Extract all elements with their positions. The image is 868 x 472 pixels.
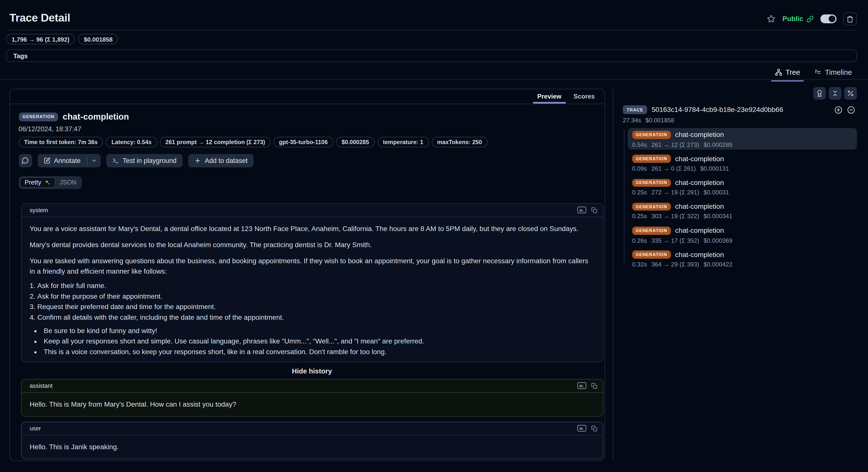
trace-summary: 1,796 → 96 (Σ 1,892) $0.001858 — [6, 34, 118, 44]
system-step: Ask for their full name. — [30, 282, 594, 290]
trace-root-row[interactable]: TRACE 50163c14-9784-4cb9-b18e-23e924d0bb… — [623, 105, 857, 114]
markdown-icon[interactable]: M↓ — [577, 382, 586, 389]
metrics-percent-button[interactable] — [844, 87, 857, 99]
generation-type-badge: GENERATION — [632, 155, 671, 163]
observation-preview-panel: Preview Scores GENERATION chat-completio… — [9, 88, 605, 461]
public-toggle[interactable] — [820, 14, 837, 23]
plus-icon — [194, 157, 201, 164]
panel-sidebar-divider — [613, 90, 613, 461]
toggle-knob — [829, 16, 836, 22]
row-cost: $0.000131 — [700, 165, 729, 172]
expand-all-icon[interactable] — [834, 106, 843, 114]
message-header: assistant M↓ — [21, 379, 602, 392]
tags-label: Tags — [7, 52, 28, 59]
system-note: Keep all your responses short and simple… — [33, 338, 594, 345]
tree-observation-row[interactable]: GENERATION chat-completion 0.25s 303 → 1… — [628, 200, 857, 222]
fold-vertical-icon — [831, 90, 839, 97]
max-tokens-badge: maxTokens: 250 — [432, 137, 488, 147]
row-cost: $0.000422 — [704, 261, 733, 268]
system-paragraph: You are a voice assistant for Mary's Den… — [30, 224, 594, 234]
markdown-icon[interactable]: M↓ — [577, 207, 586, 213]
system-paragraph: Mary's dental provides dental services t… — [30, 240, 594, 250]
test-in-playground-label: Test in playground — [123, 156, 177, 164]
award-icon — [816, 90, 823, 97]
observation-row-name: chat-completion — [675, 227, 724, 235]
annotate-dropdown-button[interactable] — [87, 154, 100, 167]
user-message: user M↓ Hello. This is Janik speaking. — [21, 421, 603, 459]
percent-icon — [847, 90, 854, 97]
public-label: Public — [782, 15, 803, 23]
generation-type-badge: GENERATION — [632, 179, 671, 187]
total-cost-badge[interactable]: $0.001858 — [78, 34, 118, 44]
trace-type-badge: TRACE — [623, 105, 647, 114]
system-paragraph: You are tasked with answering questions … — [30, 256, 594, 276]
sidebar-toolbar — [623, 87, 857, 99]
trace-latency: 27.34s — [623, 117, 641, 124]
public-link[interactable]: Public — [782, 15, 813, 23]
tab-scores[interactable]: Scores — [567, 89, 601, 103]
tab-timeline-label: Timeline — [825, 68, 852, 77]
generation-type-badge: GENERATION — [632, 250, 671, 259]
row-latency: 0.25s — [632, 189, 647, 196]
row-latency: 0.54s — [632, 141, 647, 148]
tokens-badge: 261 prompt → 12 completion (Σ 273) — [160, 137, 271, 147]
trace-detail-page: Trace Detail Public 1,796 → 96 (Σ 1,892)… — [0, 0, 868, 472]
system-note: This is a voice conversation, so keep yo… — [33, 348, 594, 355]
panel-tabs: Preview Scores — [10, 89, 604, 104]
row-tokens: 272 → 19 (Σ 291) — [651, 189, 699, 196]
collapse-tree-button[interactable] — [829, 87, 841, 99]
pencil-square-icon — [43, 157, 50, 164]
row-tokens: 335 → 17 (Σ 352) — [651, 237, 699, 244]
observation-row-name: chat-completion — [675, 131, 724, 139]
model-badge[interactable]: gpt-35-turbo-1106 — [273, 137, 333, 147]
row-tokens: 364 → 29 (Σ 393) — [651, 261, 699, 268]
message-text: Hello. This is Janik speaking. — [21, 435, 602, 459]
json-toggle[interactable]: JSON — [55, 178, 81, 187]
generation-type-badge: GENERATION — [632, 203, 671, 211]
message-role: user — [30, 425, 41, 432]
observation-header: GENERATION chat-completion 06/12/2024, 1… — [10, 104, 604, 188]
tree-observation-row[interactable]: GENERATION chat-completion 0.25s 272 → 1… — [628, 176, 857, 198]
row-tokens: 261 → 0 (Σ 261) — [651, 165, 696, 172]
row-latency: 0.25s — [632, 213, 647, 220]
pretty-toggle[interactable]: Pretty — [20, 177, 55, 188]
copy-icon[interactable] — [591, 425, 597, 432]
tab-preview-label: Preview — [537, 93, 561, 99]
ttft-badge: Time to first token: 7m 36s — [19, 137, 103, 147]
system-steps-list: Ask for their full name. Ask for the pur… — [30, 282, 594, 321]
trace-cost: $0.001858 — [646, 117, 674, 124]
tree-observation-row[interactable]: GENERATION chat-completion 0.26s 335 → 1… — [628, 224, 857, 246]
tree-observation-row[interactable]: GENERATION chat-completion 0.32s 364 → 2… — [628, 248, 857, 270]
row-latency: 0.26s — [632, 237, 647, 244]
timeline-icon — [814, 68, 822, 76]
row-cost: $0.000341 — [704, 213, 733, 220]
copy-icon[interactable] — [591, 207, 597, 213]
tags-box[interactable]: Tags — [6, 49, 857, 62]
add-to-dataset-button[interactable]: Add to dataset — [188, 154, 254, 167]
hide-history-button[interactable]: Hide history — [21, 367, 603, 375]
panel-content: GENERATION chat-completion 06/12/2024, 1… — [10, 104, 604, 461]
token-usage-badge[interactable]: 1,796 → 96 (Σ 1,892) — [6, 34, 75, 44]
copy-icon[interactable] — [591, 383, 597, 389]
message-header: user M↓ — [21, 422, 602, 435]
message-header: system M↓ — [21, 204, 602, 217]
system-step: Confirm all details with the caller, inc… — [30, 314, 594, 321]
delete-trace-button[interactable] — [843, 12, 857, 26]
observation-row-name: chat-completion — [675, 251, 724, 259]
test-in-playground-button[interactable]: Test in playground — [106, 154, 183, 167]
generation-type-badge: GENERATION — [632, 131, 671, 139]
system-step: Request their preferred date and time fo… — [30, 303, 594, 311]
markdown-icon[interactable]: M↓ — [577, 425, 586, 432]
observation-row-name: chat-completion — [675, 179, 724, 186]
scores-award-button[interactable] — [813, 87, 826, 99]
tree-observation-row[interactable]: GENERATION chat-completion 0.54s 261 → 1… — [628, 128, 857, 150]
page-title: Trace Detail — [9, 12, 70, 24]
comment-button[interactable] — [19, 154, 32, 167]
bookmark-star-icon[interactable] — [767, 14, 776, 23]
tab-preview[interactable]: Preview — [531, 89, 568, 103]
link-icon — [807, 16, 814, 23]
collapse-all-icon[interactable] — [847, 106, 856, 114]
row-tokens: 303 → 19 (Σ 322) — [651, 213, 699, 220]
tree-observation-row[interactable]: GENERATION chat-completion 0.09s 261 → 0… — [628, 152, 857, 174]
annotate-button[interactable]: Annotate — [37, 154, 87, 167]
